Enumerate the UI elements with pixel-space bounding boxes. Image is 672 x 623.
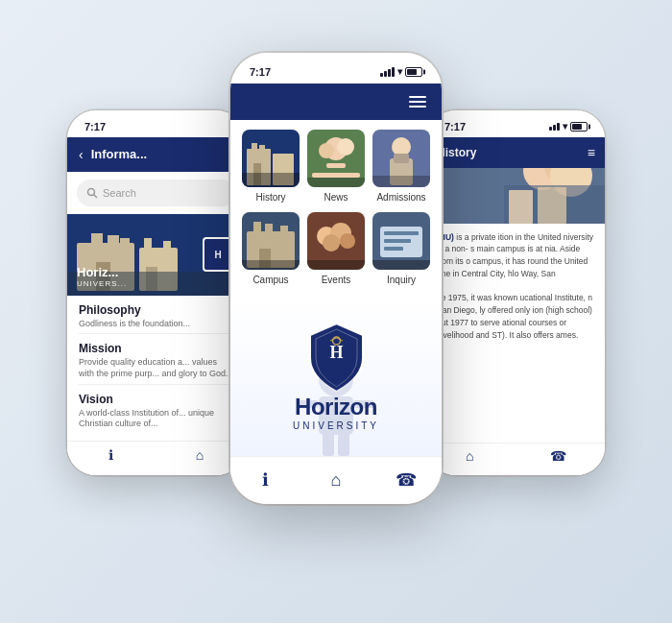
thumb-history xyxy=(242,130,300,187)
is-private-text: is a private xyxy=(456,232,495,242)
phone-nav-icon-center[interactable]: ☎ xyxy=(392,466,420,494)
battery-fill-right xyxy=(572,124,582,130)
events-image xyxy=(307,212,365,270)
nav-title-right: History xyxy=(437,146,588,159)
status-icons-center: ▾ xyxy=(380,66,422,77)
menu-grid: History News Admissions xyxy=(230,120,442,298)
menu-item-news[interactable]: News xyxy=(307,130,365,205)
phone-center: 7:17 ▾ xyxy=(230,53,442,504)
back-button-left[interactable]: ‹ xyxy=(79,147,84,162)
svg-line-1 xyxy=(94,194,97,197)
nav-bar-center xyxy=(230,84,442,120)
philosophy-text: Godliness is the foundation... xyxy=(79,319,233,330)
menu-item-history[interactable]: History xyxy=(242,130,300,205)
signal-bar-1 xyxy=(380,73,383,77)
hamburger-line-3 xyxy=(409,106,426,108)
nav-title-left: Informa... xyxy=(91,147,233,161)
philosophy-title: Philosophy xyxy=(79,303,233,317)
bottom-nav-left: ℹ ⌂ xyxy=(67,441,245,475)
mission-text: Provide quality education a... values wi… xyxy=(79,357,233,379)
hamburger-line-2 xyxy=(409,101,426,103)
signal-bar-r3 xyxy=(557,123,560,131)
history-label: History xyxy=(255,192,285,203)
battery-fill-center xyxy=(407,69,417,75)
info-nav-icon-left[interactable]: ℹ xyxy=(108,447,113,469)
home-nav-icon-left[interactable]: ⌂ xyxy=(196,447,204,469)
section-mission: Mission Provide quality education a... v… xyxy=(67,334,245,383)
menu-item-admissions[interactable]: Admissions xyxy=(372,130,430,205)
bottom-nav-right: ⌂ ☎ xyxy=(427,443,605,475)
phone-nav-icon-right[interactable]: ☎ xyxy=(550,448,566,470)
right-content: (HU) is a private ition in the United ni… xyxy=(427,224,605,443)
splash-uni-sub: UNIVERSITY xyxy=(293,420,379,431)
admissions-label: Admissions xyxy=(376,192,425,203)
nav-bar-left: ‹ Informa... xyxy=(67,137,245,172)
search-label: Search xyxy=(103,187,136,199)
vision-title: Vision xyxy=(79,393,233,406)
bottom-nav-center: ℹ ⌂ ☎ xyxy=(230,456,442,504)
status-bar-right: 7:17 ▾ xyxy=(427,110,605,137)
home-nav-icon-center[interactable]: ⌂ xyxy=(322,466,350,494)
time-left: 7:17 xyxy=(84,121,106,132)
section-vision: Vision A world-class Institution of... u… xyxy=(67,385,245,434)
hero-image-left: H Horiz... UNIVERS... xyxy=(67,214,245,296)
wifi-icon-right: ▾ xyxy=(563,121,567,132)
hero-image-right: History ≡ xyxy=(427,137,605,224)
hamburger-line-1 xyxy=(409,96,426,98)
battery-icon-right xyxy=(570,122,588,132)
menu-item-inquiry[interactable]: Inquiry xyxy=(372,212,430,288)
signal-bar-4 xyxy=(392,67,395,77)
history-text: (HU) is a private ition in the United ni… xyxy=(437,231,595,342)
thumb-events xyxy=(307,212,365,270)
history-image xyxy=(242,130,300,187)
events-label: Events xyxy=(322,275,351,285)
hamburger-menu[interactable] xyxy=(409,96,426,108)
phone-left: 7:17 ‹ Informa... Search H Horiz... xyxy=(67,110,245,475)
nav-bar-right: History ≡ xyxy=(427,137,605,168)
menu-item-events[interactable]: Events xyxy=(307,212,365,288)
status-bar-left: 7:17 xyxy=(67,110,245,137)
hero-logo-left: H xyxy=(203,237,233,272)
signal-bar-r1 xyxy=(549,127,552,131)
notch-center xyxy=(288,53,384,77)
thumb-news xyxy=(307,130,365,187)
thumb-campus xyxy=(242,212,300,270)
hero-uni-sub: UNIVERS... xyxy=(77,279,127,288)
history-body-2: ne 1975, it was known ucational Institut… xyxy=(437,293,592,339)
mission-title: Mission xyxy=(79,342,233,355)
vision-text: A world-class Institution of... unique C… xyxy=(79,408,233,430)
wifi-icon-center: ▾ xyxy=(397,66,402,77)
inquiry-image xyxy=(372,212,430,270)
status-icons-right: ▾ xyxy=(549,121,588,132)
splash-area: H Horizon UNIVERSITY xyxy=(230,298,442,456)
menu-item-campus[interactable]: Campus xyxy=(242,212,300,288)
hero-uni-name: Horiz... xyxy=(77,265,127,279)
phone-right: 7:17 ▾ History ≡ xyxy=(427,110,605,475)
hero-text-overlay: Horiz... UNIVERS... xyxy=(77,265,127,288)
time-right: 7:17 xyxy=(444,121,466,132)
campus-image xyxy=(242,212,300,270)
time-center: 7:17 xyxy=(250,66,271,78)
info-nav-icon-center[interactable]: ℹ xyxy=(252,466,280,494)
news-image xyxy=(307,130,365,187)
phones-container: 7:17 ‹ Informa... Search H Horiz... xyxy=(48,34,624,590)
splash-uni-name: Horizon xyxy=(295,394,377,420)
inquiry-label: Inquiry xyxy=(387,275,416,285)
thumb-admissions xyxy=(372,130,430,187)
section-philosophy: Philosophy Godliness is the foundation..… xyxy=(67,296,245,334)
thumb-inquiry xyxy=(372,212,430,270)
signal-bar-r2 xyxy=(553,125,556,131)
search-bar-left[interactable]: Search xyxy=(77,180,235,206)
home-nav-icon-right[interactable]: ⌂ xyxy=(466,448,473,470)
campus-label: Campus xyxy=(252,275,288,285)
signal-bars-right xyxy=(549,123,560,131)
news-label: News xyxy=(324,192,348,203)
signal-bar-2 xyxy=(384,71,387,77)
menu-icon-right[interactable]: ≡ xyxy=(588,145,595,160)
battery-icon-center xyxy=(405,67,422,77)
signal-bar-3 xyxy=(388,69,391,77)
admissions-image xyxy=(372,130,430,187)
search-icon-left xyxy=(86,187,98,199)
